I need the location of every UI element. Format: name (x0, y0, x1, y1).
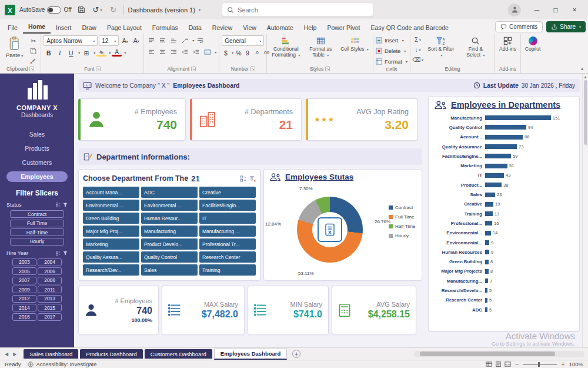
hire-year-item-2017[interactable]: 2017 (38, 313, 62, 321)
align-top-button[interactable] (146, 35, 156, 45)
paste-button[interactable]: Paste▾ (2, 35, 26, 59)
format-cells-button[interactable]: Format▾ (376, 57, 407, 66)
insert-cells-button[interactable]: Insert▾ (376, 36, 407, 45)
save-button[interactable] (76, 4, 88, 16)
dept-slicer-button-creative[interactable]: Creative (199, 187, 256, 198)
comma-style-button[interactable]: 9 (243, 48, 251, 58)
search-input[interactable] (238, 6, 368, 14)
status-slicer-item-full-time[interactable]: Full Time (10, 220, 64, 227)
maximize-button[interactable]: □ (547, 2, 564, 18)
hire-year-item-2004[interactable]: 2004 (38, 258, 62, 266)
hire-year-item-2011[interactable]: 2011 (38, 286, 62, 293)
sheet-prev-button[interactable]: ◀ (4, 352, 9, 357)
add-sheet-button[interactable]: + (292, 350, 300, 358)
clear-button[interactable]: ⌫▾ (413, 55, 423, 64)
format-as-table-button[interactable]: Format as Table ▾ (304, 35, 337, 59)
share-button[interactable]: Share▾ (546, 21, 586, 32)
increase-decimal-button[interactable]: .0 (252, 48, 260, 58)
dept-slicer-button-human-resour[interactable]: Human Resour... (141, 213, 198, 224)
dept-slicer-button-environmental[interactable]: Environmental ... (141, 200, 198, 211)
fill-color-button[interactable] (96, 49, 106, 57)
status-slicer-item-contract[interactable]: Contract (10, 210, 64, 218)
dept-slicer-button-quality-assura[interactable]: Quality Assura... (83, 251, 139, 263)
number-format-select[interactable]: General▾ (222, 35, 264, 46)
accessibility-checker[interactable]: Accessibility: Investigate (28, 361, 96, 367)
accounting-format-button[interactable]: $ (222, 48, 229, 58)
underline-button[interactable]: U (66, 48, 76, 58)
cell-styles-button[interactable]: Cell Styles ▾ (339, 35, 370, 54)
vertical-scrollbar[interactable]: ▲ (582, 74, 588, 347)
decrease-font-button[interactable]: A▾ (131, 36, 141, 46)
percent-style-button[interactable]: % (235, 48, 242, 58)
undo-dropdown-icon[interactable]: ▾ (100, 8, 102, 12)
hire-year-item-2015[interactable]: 2015 (38, 304, 62, 311)
dept-slicer-button-manufacturing[interactable]: Manufacturing ... (199, 226, 256, 237)
scroll-up-icon[interactable]: ▲ (583, 74, 587, 80)
hire-year-item-2016[interactable]: 2016 (12, 313, 36, 321)
font-size-select[interactable]: 12▾ (99, 35, 119, 46)
align-bottom-button[interactable] (169, 35, 179, 45)
dept-slicer-button-facilities-engin[interactable]: Facilities/Engin... (199, 200, 256, 211)
ribbon-tab-view[interactable]: View (238, 22, 262, 34)
ribbon-tab-formulas[interactable]: Formulas (147, 22, 183, 34)
vertical-scroll-thumb[interactable] (584, 80, 587, 145)
dept-slicer-button-it[interactable]: IT (199, 213, 256, 224)
status-slicer-item-half-time[interactable]: Half-Time (10, 228, 64, 236)
multiselect-icon[interactable] (56, 203, 61, 207)
ribbon-tab-home[interactable]: Home (23, 21, 51, 34)
align-right-button[interactable] (169, 47, 179, 57)
ribbon-collapse-button[interactable]: ▴ (581, 66, 583, 71)
ribbon-tab-file[interactable]: File (2, 22, 23, 34)
comments-button[interactable]: Comments (495, 21, 543, 32)
clear-filter-icon[interactable] (249, 175, 256, 182)
clear-filter-icon[interactable] (63, 251, 68, 256)
horizontal-scroll-thumb[interactable] (420, 352, 555, 356)
italic-button[interactable]: I (55, 48, 65, 58)
account-avatar[interactable] (508, 4, 521, 16)
page-break-view-icon[interactable] (505, 361, 511, 367)
page-layout-view-icon[interactable] (495, 361, 502, 367)
share-dropdown-icon[interactable]: ▾ (579, 25, 581, 29)
ribbon-tab-page-layout[interactable]: Page Layout (102, 22, 147, 34)
decrease-indent-button[interactable] (180, 47, 190, 57)
autosum-button[interactable]: Σ▾ (413, 35, 423, 44)
sort-filter-button[interactable]: AZ Sort & Filter ▾ (425, 35, 457, 59)
align-left-button[interactable] (146, 47, 156, 57)
multiselect-icon[interactable] (56, 251, 61, 256)
dept-slicer-button-adc[interactable]: ADC (141, 187, 198, 198)
minimize-button[interactable]: ─ (528, 2, 546, 18)
copy-button[interactable] (28, 47, 38, 55)
increase-indent-button[interactable] (191, 47, 201, 57)
font-color-button[interactable]: A (112, 49, 122, 57)
dept-slicer-button-quality-control[interactable]: Quality Control (141, 251, 198, 263)
clipboard-dialog-launcher[interactable]: ↘ (29, 67, 34, 71)
dept-slicer-button-environmental[interactable]: Environmental ... (83, 200, 139, 211)
sheet-tab-sales-dashboard[interactable]: Sales Dashboard (24, 349, 78, 359)
document-title[interactable]: Dashboards (version 1)▾ (128, 6, 201, 14)
clear-filter-icon[interactable] (63, 203, 68, 207)
search-bar[interactable] (222, 3, 373, 16)
sidebar-item-sales[interactable]: Sales (6, 129, 68, 140)
hire-year-item-2007[interactable]: 2007 (12, 277, 36, 284)
autosave-toggle[interactable]: AutoSave Off (19, 6, 72, 14)
dept-slicer-button-product-develo[interactable]: Product Develo... (141, 238, 198, 250)
hire-year-item-2012[interactable]: 2012 (12, 295, 36, 303)
conditional-formatting-button[interactable]: Conditional Formatting ▾ (269, 35, 302, 59)
dept-slicer-button-green-building[interactable]: Green Building (83, 213, 139, 224)
sheet-tab-employees-dashboard[interactable]: Employees Dashboard (214, 349, 287, 360)
font-dialog-launcher[interactable]: ↘ (96, 67, 101, 71)
alignment-dialog-launcher[interactable]: ↘ (191, 67, 196, 71)
hire-year-item-2008[interactable]: 2008 (38, 277, 62, 284)
zoom-in-button[interactable]: + (561, 361, 564, 367)
autosave-switch[interactable] (47, 6, 61, 14)
styles-dialog-launcher[interactable]: ↘ (325, 67, 330, 71)
font-name-select[interactable]: Aptos Narrow▾ (44, 35, 98, 46)
find-select-button[interactable]: Find & Select ▾ (459, 35, 492, 59)
borders-button[interactable]: ⊞ (81, 48, 91, 58)
sidebar-item-products[interactable]: Products (6, 143, 68, 154)
undo-button[interactable]: ↺▾ (92, 4, 103, 16)
redo-button[interactable]: ↻ (108, 4, 119, 16)
zoom-slider[interactable] (523, 364, 557, 365)
copilot-button[interactable]: Copilot (523, 35, 542, 54)
dept-slicer-button-professional-tr[interactable]: Professional Tr... (199, 238, 256, 250)
